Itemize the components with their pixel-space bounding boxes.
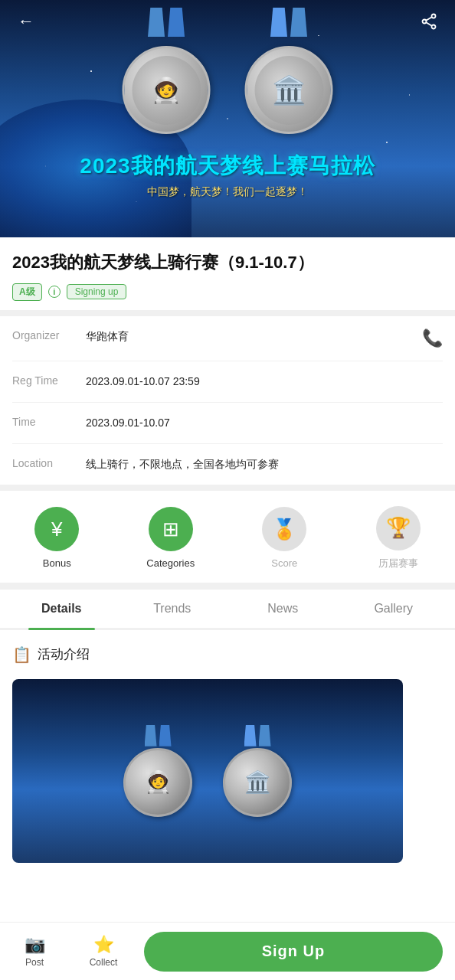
section-heading-label: 活动介绍 [38, 645, 90, 663]
content-image-block: 🧑‍🚀 🏛️ [0, 670, 455, 863]
history-circle: 🏆 [376, 506, 421, 550]
organizer-label: Organizer [12, 328, 74, 341]
tab-gallery[interactable]: Gallery [339, 590, 450, 628]
tab-bar: Details Trends News Gallery [0, 589, 455, 630]
icon-buttons-section: ¥ Bonus ⊞ Categories 🏅 Score 🏆 历届赛事 [0, 491, 455, 583]
phone-icon[interactable]: 📞 [422, 328, 443, 348]
small-medal-disc-right: 🏛️ [223, 748, 292, 817]
bottom-bar-actions: 📷 Post ⭐ Collect Sign Up [0, 929, 455, 974]
time-label: Time [12, 415, 74, 428]
bonus-label: Bonus [43, 557, 71, 569]
bottom-spacer [0, 863, 455, 924]
share-button[interactable] [415, 8, 443, 35]
info-row-organizer: Organizer 华跑体育 📞 [12, 316, 443, 361]
badge-level: A级 [12, 283, 42, 301]
hero-banner: ← 🧑‍🚀 [0, 0, 455, 237]
hero-text-area: 2023我的航天梦线上赛马拉松 中国梦，航天梦！我们一起逐梦！ [0, 152, 455, 199]
section-heading-icon: 📋 [12, 645, 31, 664]
svg-line-4 [426, 22, 432, 26]
tab-details[interactable]: Details [6, 590, 117, 628]
divider-3 [0, 583, 455, 589]
icon-btn-score[interactable]: 🏅 Score [250, 507, 319, 569]
icon-btn-bonus[interactable]: ¥ Bonus [22, 507, 91, 569]
svg-point-2 [423, 20, 427, 24]
location-value: 线上骑行，不限地点，全国各地均可参赛 [86, 456, 443, 472]
medal-disc-left: 🧑‍🚀 [123, 46, 211, 134]
medal-disc-right: 🏛️ [245, 46, 333, 134]
tab-trends[interactable]: Trends [117, 590, 228, 628]
history-label: 历届赛事 [378, 557, 418, 570]
info-table: Organizer 华跑体育 📞 Reg Time 2023.09.01-10.… [0, 316, 455, 485]
reg-time-label: Reg Time [12, 374, 74, 387]
score-label: Score [271, 557, 297, 569]
bonus-circle: ¥ [34, 507, 79, 551]
info-row-location: Location 线上骑行，不限地点，全国各地均可参赛 [12, 444, 443, 485]
icon-btn-history[interactable]: 🏆 历届赛事 [364, 506, 433, 570]
bonus-icon: ¥ [51, 518, 62, 541]
icon-btn-categories[interactable]: ⊞ Categories [136, 507, 205, 569]
reg-time-value: 2023.09.01-10.07 23:59 [86, 374, 443, 390]
post-label: Post [25, 957, 44, 968]
small-medal-left: 🧑‍🚀 [119, 725, 196, 817]
back-button[interactable]: ← [12, 8, 40, 35]
svg-line-3 [426, 17, 432, 21]
content-area: 2023我的航天梦线上骑行赛（9.1-10.7） A级 i Signing up… [0, 237, 455, 924]
event-main-title: 2023我的航天梦线上骑行赛（9.1-10.7） [12, 251, 443, 274]
hero-subtitle: 中国梦，航天梦！我们一起逐梦！ [0, 185, 455, 199]
medal-inner-right: 🏛️ [254, 56, 323, 125]
time-value: 2023.09.01-10.07 [86, 415, 443, 431]
info-row-regtime: Reg Time 2023.09.01-10.07 23:59 [12, 361, 443, 403]
content-medals: 🧑‍🚀 🏛️ [119, 725, 296, 817]
categories-label: Categories [146, 557, 195, 569]
history-icon: 🏆 [386, 516, 411, 540]
medal-inner-left: 🧑‍🚀 [132, 56, 201, 125]
hero-title: 2023我的航天梦线上赛马拉松 [0, 152, 455, 181]
badge-status: Signing up [67, 284, 127, 299]
location-label: Location [12, 456, 74, 469]
score-icon: 🏅 [272, 518, 296, 541]
event-title-block: 2023我的航天梦线上骑行赛（9.1-10.7） A级 i Signing up [0, 237, 455, 310]
bottom-bar: 📷 Post ⭐ Collect Sign Up [0, 922, 455, 980]
organizer-value: 华跑体育 [86, 328, 410, 345]
small-medal-disc-left: 🧑‍🚀 [123, 748, 192, 817]
nav-bar: ← [0, 0, 455, 43]
share-icon [421, 13, 437, 30]
content-image: 🧑‍🚀 🏛️ [12, 679, 403, 863]
divider-2 [0, 485, 455, 491]
collect-button[interactable]: ⭐ Collect [69, 929, 138, 974]
svg-point-1 [432, 25, 436, 29]
post-icon: 📷 [25, 935, 45, 955]
collect-icon: ⭐ [93, 935, 114, 955]
info-row-time: Time 2023.09.01-10.07 [12, 403, 443, 444]
badge-info-icon: i [48, 286, 61, 298]
svg-point-0 [432, 15, 436, 18]
collect-label: Collect [90, 957, 118, 968]
score-circle: 🏅 [262, 507, 306, 551]
categories-icon: ⊞ [162, 518, 179, 541]
badges-row: A级 i Signing up [12, 283, 443, 301]
section-heading: 📋 活动介绍 [0, 630, 455, 670]
categories-circle: ⊞ [149, 507, 193, 551]
post-button[interactable]: 📷 Post [0, 929, 69, 974]
tab-news[interactable]: News [228, 590, 339, 628]
divider-1 [0, 310, 455, 316]
small-medal-right: 🏛️ [219, 725, 296, 817]
signup-button[interactable]: Sign Up [144, 932, 443, 972]
